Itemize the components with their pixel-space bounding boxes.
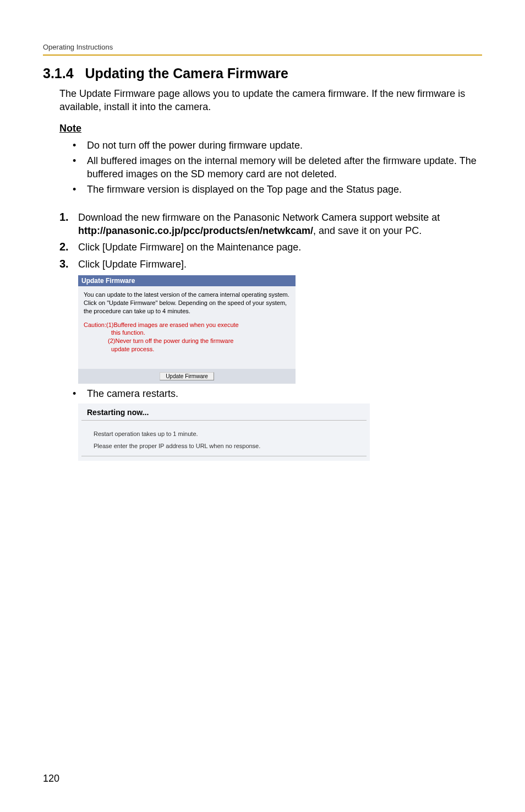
step-item: 2. Click [Update Firmware] on the Mainte… xyxy=(59,241,482,254)
step-text: Click [Update Firmware]. xyxy=(78,259,187,270)
panel-caution: Caution:(1)Buffered images are erased wh… xyxy=(78,319,296,369)
intro-paragraph: The Update Firmware page allows you to u… xyxy=(59,87,482,114)
note-item: Do not turn off the power during firmwar… xyxy=(59,139,482,152)
step-text: Click [Update Firmware] on the Maintenan… xyxy=(78,242,301,253)
restarting-line: Please enter the proper IP address to UR… xyxy=(78,442,370,454)
panel-title: Update Firmware xyxy=(78,275,296,286)
note-item: All buffered images on the internal memo… xyxy=(59,154,482,181)
step-url: http://panasonic.co.jp/pcc/products/en/n… xyxy=(78,225,313,236)
note-item: The firmware version is displayed on the… xyxy=(59,183,482,196)
update-firmware-panel: Update Firmware You can update to the la… xyxy=(78,275,296,384)
step-number: 2. xyxy=(59,239,69,254)
divider xyxy=(81,456,367,456)
result-item: The camera restarts. xyxy=(59,387,482,400)
restarting-line: Restart operation takes up to 1 minute. xyxy=(78,429,370,442)
caution-line: (2)Never turn off the power during the f… xyxy=(84,337,290,345)
section-heading: 3.1.4 Updating the Camera Firmware xyxy=(43,66,482,81)
caution-line: (1)Buffered images are erased when you e… xyxy=(106,321,239,328)
restarting-title: Restarting now... xyxy=(81,406,367,421)
update-firmware-button[interactable]: Update Firmware xyxy=(160,372,214,380)
step-text: Download the new firmware on the Panason… xyxy=(78,212,440,223)
panel-body-text: You can update to the latest version of … xyxy=(78,286,296,319)
step-number: 1. xyxy=(59,210,69,225)
step-item: 1. Download the new firmware on the Pana… xyxy=(59,211,482,238)
note-list: Do not turn off the power during firmwar… xyxy=(59,139,482,197)
note-heading: Note xyxy=(59,123,482,134)
restarting-panel: Restarting now... Restart operation take… xyxy=(78,404,370,461)
caution-line: update process. xyxy=(84,345,290,353)
page-number: 120 xyxy=(43,773,59,784)
caution-line: this function. xyxy=(84,329,290,337)
step-list: 1. Download the new firmware on the Pana… xyxy=(59,211,482,271)
section-number: 3.1.4 xyxy=(43,66,74,81)
panel-button-row: Update Firmware xyxy=(78,369,296,384)
section-title: Updating the Camera Firmware xyxy=(85,66,288,81)
step-item: 3. Click [Update Firmware]. xyxy=(59,258,482,271)
step-text-after: , and save it on your PC. xyxy=(313,225,422,236)
result-list: The camera restarts. xyxy=(59,387,482,400)
running-header: Operating Instructions xyxy=(43,43,482,56)
caution-label: Caution: xyxy=(84,321,106,328)
step-number: 3. xyxy=(59,257,69,271)
